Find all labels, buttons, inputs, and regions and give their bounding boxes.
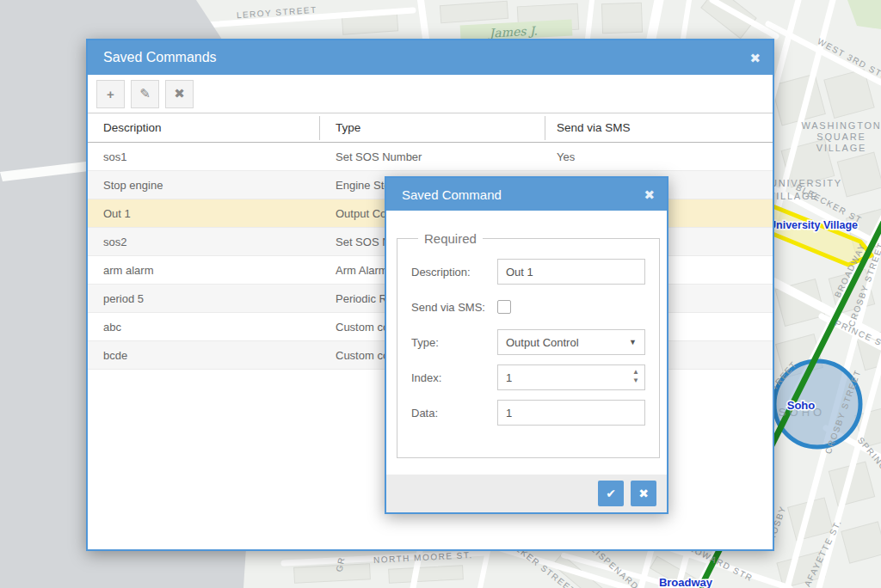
saved-command-footer: ✔ ✖	[386, 475, 667, 512]
saved-commands-title: Saved Commands	[103, 50, 749, 65]
cell-sms: Yes	[545, 150, 773, 163]
x-icon: ✖	[174, 86, 185, 101]
commands-table-header: Description Type Send via SMS	[88, 113, 773, 143]
type-field-row: Type: Output Control ▼	[411, 329, 645, 355]
index-field-row: Index: ▲ ▼	[411, 364, 645, 390]
check-icon: ✔	[606, 487, 616, 500]
map-label-broadway-place: Broadway	[659, 576, 713, 588]
sms-field-row: Send via SMS:	[411, 294, 645, 320]
index-stepper: ▲ ▼	[497, 364, 645, 390]
map-label-washington-1: WASHINGTON	[801, 120, 881, 131]
pencil-icon: ✎	[139, 86, 151, 101]
cell-description: Stop engine	[88, 179, 320, 192]
add-command-button[interactable]: +	[96, 80, 125, 108]
x-icon: ✖	[638, 487, 649, 500]
data-input[interactable]	[497, 400, 645, 426]
app-stage: LEROY STREET James J. WEST 3RD STR WASHI…	[0, 0, 881, 588]
column-header-description[interactable]: Description	[88, 116, 320, 140]
description-field-row: Description:	[411, 259, 645, 285]
description-label: Description:	[411, 266, 497, 279]
spinner-up-icon[interactable]: ▲	[632, 368, 639, 377]
map-label-university-2: VILLAGE	[768, 191, 818, 201]
sms-label: Send via SMS:	[411, 301, 497, 314]
table-row[interactable]: sos1 Set SOS Number Yes	[88, 143, 773, 171]
required-legend: Required	[418, 231, 483, 246]
cell-description: abc	[88, 321, 320, 334]
type-select-value: Output Control	[506, 336, 579, 349]
saved-command-title: Saved Command	[402, 187, 644, 202]
column-header-type[interactable]: Type	[320, 116, 545, 140]
data-field-row: Data:	[411, 400, 645, 426]
commands-toolbar: + ✎ ✖	[88, 75, 773, 113]
map-label-university-1: UNIVERSITY	[770, 178, 842, 188]
map-label-university-village: University Village	[768, 219, 858, 231]
cell-description: arm alarm	[88, 264, 320, 277]
type-label: Type:	[411, 336, 497, 349]
map-label-james-park: James J.	[487, 24, 538, 40]
index-input[interactable]	[497, 364, 645, 390]
saved-command-modal: Saved Command ✖ Required Description: Se…	[385, 176, 668, 514]
close-icon[interactable]: ✖	[644, 188, 655, 201]
cell-description: sos2	[88, 236, 320, 248]
confirm-button[interactable]: ✔	[598, 481, 624, 506]
edit-command-button[interactable]: ✎	[131, 80, 159, 108]
index-spinner[interactable]: ▲ ▼	[632, 368, 639, 385]
column-header-sms[interactable]: Send via SMS	[545, 116, 773, 140]
cell-description: bcde	[88, 349, 320, 362]
saved-command-body: Required Description: Send via SMS: Type…	[386, 211, 667, 475]
spinner-down-icon[interactable]: ▼	[632, 377, 639, 385]
cancel-button[interactable]: ✖	[631, 481, 656, 506]
index-label: Index:	[411, 371, 497, 384]
type-select[interactable]: Output Control ▼	[497, 329, 645, 355]
map-label-washington-2: SQUARE	[816, 132, 866, 142]
close-icon[interactable]: ✖	[749, 52, 761, 64]
description-input[interactable]	[497, 259, 645, 285]
cell-description: period 5	[88, 292, 320, 305]
map-label-soho: Soho	[787, 399, 816, 412]
map-label-washington-3: VILLAGE	[816, 143, 866, 153]
chevron-down-icon: ▼	[629, 338, 637, 346]
saved-command-header[interactable]: Saved Command ✖	[386, 178, 667, 211]
cell-description: sos1	[88, 150, 320, 163]
sms-checkbox[interactable]	[497, 300, 511, 314]
plus-icon: +	[107, 87, 114, 101]
data-label: Data:	[411, 407, 497, 420]
cell-description: Out 1	[88, 207, 320, 220]
saved-commands-header[interactable]: Saved Commands ✖	[88, 40, 773, 75]
required-fieldset: Required Description: Send via SMS: Type…	[397, 231, 660, 458]
remove-command-button[interactable]: ✖	[165, 80, 194, 108]
cell-type: Set SOS Number	[320, 150, 545, 163]
